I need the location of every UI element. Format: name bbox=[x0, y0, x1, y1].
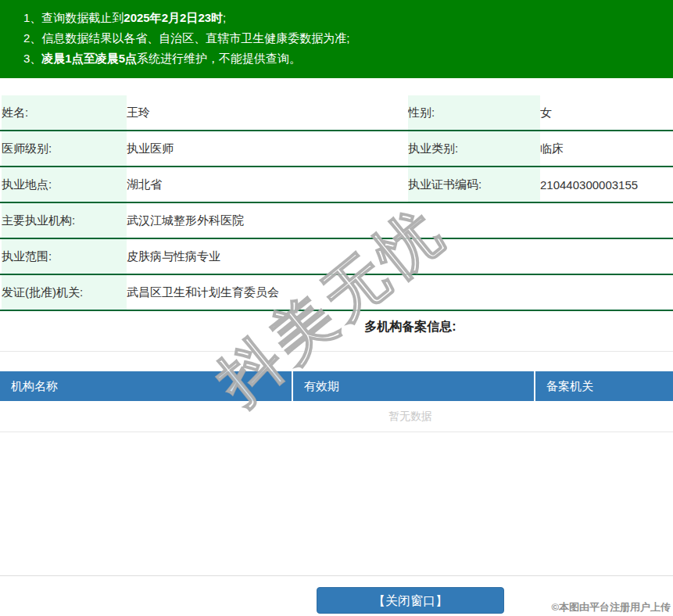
doctor-level-label: 医师级别: bbox=[1, 131, 127, 167]
gender-value: 女 bbox=[540, 95, 673, 131]
notice-line-2: 2、信息数据结果以各省、自治区、直辖市卫生健康委数据为准; bbox=[23, 28, 673, 48]
table-row: 主要执业机构: 武汉江城整形外科医院 bbox=[1, 202, 673, 238]
column-header-institution-name: 机构名称 bbox=[0, 371, 293, 401]
name-label: 姓名: bbox=[1, 95, 127, 131]
practice-scope-value: 皮肤病与性病专业 bbox=[127, 238, 673, 274]
table-row: 执业范围: 皮肤病与性病专业 bbox=[1, 238, 673, 274]
certificate-number-value: 210440300003155 bbox=[540, 167, 673, 202]
column-header-validity-period: 有效期 bbox=[293, 371, 535, 401]
main-institution-value: 武汉江城整形外科医院 bbox=[127, 202, 673, 238]
table-row: 姓名: 王玲 性别: 女 bbox=[1, 95, 673, 131]
table-row: 医师级别: 执业医师 执业类别: 临床 bbox=[1, 131, 673, 167]
issuing-authority-value: 武昌区卫生和计划生育委员会 bbox=[127, 274, 673, 310]
main-institution-label: 主要执业机构: bbox=[1, 202, 127, 238]
multi-institution-table-header: 机构名称 有效期 备案机关 bbox=[0, 371, 673, 401]
practice-category-label: 执业类别: bbox=[407, 131, 540, 167]
issuing-authority-label: 发证(批准)机关: bbox=[1, 274, 127, 310]
close-window-button[interactable]: 【关闭窗口】 bbox=[317, 587, 504, 614]
practice-location-value: 湖北省 bbox=[127, 167, 407, 202]
practice-location-label: 执业地点: bbox=[1, 167, 127, 202]
table-row: 执业地点: 湖北省 执业证书编码: 210440300003155 bbox=[1, 167, 673, 202]
multi-institution-section-title: 多机构备案信息: bbox=[0, 318, 673, 335]
practitioner-info-table: 姓名: 王玲 性别: 女 医师级别: 执业医师 执业类别: 临床 执业地点: 湖… bbox=[0, 95, 673, 311]
page: 1、查询数据截止到2025年2月2日23时; 2、信息数据结果以各省、自治区、直… bbox=[0, 0, 673, 614]
name-value: 王玲 bbox=[127, 95, 407, 131]
doctor-level-value: 执业医师 bbox=[127, 131, 407, 167]
column-header-record-authority: 备案机关 bbox=[535, 371, 673, 401]
practice-scope-label: 执业范围: bbox=[1, 238, 127, 274]
divider bbox=[0, 351, 673, 352]
table-row: 发证(批准)机关: 武昌区卫生和计划生育委员会 bbox=[1, 274, 673, 310]
uploader-stamp: ©本图由平台注册用户上传 bbox=[551, 600, 671, 614]
notice-line-3: 3、凌晨1点至凌晨5点系统进行维护，不能提供查询。 bbox=[23, 48, 673, 69]
notice-line-1: 1、查询数据截止到2025年2月2日23时; bbox=[23, 8, 673, 28]
spacer bbox=[0, 432, 673, 575]
notice-banner: 1、查询数据截止到2025年2月2日23时; 2、信息数据结果以各省、自治区、直… bbox=[0, 0, 673, 78]
certificate-number-label: 执业证书编码: bbox=[407, 167, 540, 202]
no-data-message: 暂无数据 bbox=[0, 401, 673, 432]
practice-category-value: 临床 bbox=[540, 131, 673, 167]
gender-label: 性别: bbox=[407, 95, 540, 131]
